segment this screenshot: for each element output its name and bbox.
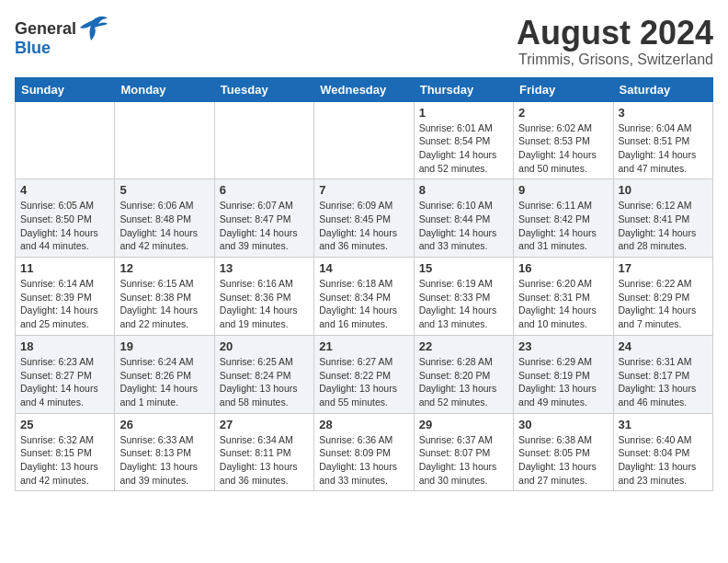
day-info: Sunrise: 6:09 AM Sunset: 8:45 PM Dayligh… xyxy=(319,199,408,253)
header: General Blue August 2024 Trimmis, Grison… xyxy=(15,15,713,68)
day-number: 5 xyxy=(119,183,209,197)
day-info: Sunrise: 6:20 AM Sunset: 8:31 PM Dayligh… xyxy=(518,277,608,331)
page-subtitle: Trimmis, Grisons, Switzerland xyxy=(517,52,713,68)
calendar-week-row: 25Sunrise: 6:32 AM Sunset: 8:15 PM Dayli… xyxy=(16,413,713,491)
day-info: Sunrise: 6:27 AM Sunset: 8:22 PM Dayligh… xyxy=(319,355,408,409)
day-info: Sunrise: 6:40 AM Sunset: 8:04 PM Dayligh… xyxy=(619,433,708,488)
calendar-cell: 21Sunrise: 6:27 AM Sunset: 8:22 PM Dayli… xyxy=(314,335,414,413)
col-tuesday: Tuesday xyxy=(214,77,313,101)
calendar-cell: 7Sunrise: 6:09 AM Sunset: 8:45 PM Daylig… xyxy=(314,179,414,258)
calendar-cell: 4Sunrise: 6:05 AM Sunset: 8:50 PM Daylig… xyxy=(16,179,115,258)
calendar-week-row: 4Sunrise: 6:05 AM Sunset: 8:50 PM Daylig… xyxy=(16,179,713,258)
calendar-cell: 10Sunrise: 6:12 AM Sunset: 8:41 PM Dayli… xyxy=(613,179,712,258)
day-number: 19 xyxy=(119,339,209,353)
title-area: August 2024 Trimmis, Grisons, Switzerlan… xyxy=(517,15,713,68)
day-number: 17 xyxy=(619,261,708,275)
calendar-cell: 9Sunrise: 6:11 AM Sunset: 8:42 PM Daylig… xyxy=(514,179,613,258)
calendar-cell: 23Sunrise: 6:29 AM Sunset: 8:19 PM Dayli… xyxy=(514,335,613,413)
calendar-cell xyxy=(115,101,214,179)
col-sunday: Sunday xyxy=(16,77,115,101)
calendar-cell xyxy=(16,101,115,179)
col-saturday: Saturday xyxy=(613,77,712,101)
day-number: 8 xyxy=(419,183,508,197)
page-title: August 2024 xyxy=(517,15,713,52)
day-info: Sunrise: 6:11 AM Sunset: 8:42 PM Dayligh… xyxy=(518,199,608,253)
day-number: 21 xyxy=(319,339,408,353)
day-info: Sunrise: 6:05 AM Sunset: 8:50 PM Dayligh… xyxy=(20,199,109,253)
calendar-cell: 2Sunrise: 6:02 AM Sunset: 8:53 PM Daylig… xyxy=(514,101,613,179)
day-number: 12 xyxy=(119,261,209,275)
day-info: Sunrise: 6:29 AM Sunset: 8:19 PM Dayligh… xyxy=(518,355,608,409)
day-number: 20 xyxy=(220,339,309,353)
calendar-cell: 30Sunrise: 6:38 AM Sunset: 8:05 PM Dayli… xyxy=(514,413,613,491)
day-number: 1 xyxy=(419,106,508,120)
calendar-cell: 16Sunrise: 6:20 AM Sunset: 8:31 PM Dayli… xyxy=(514,258,613,336)
day-info: Sunrise: 6:07 AM Sunset: 8:47 PM Dayligh… xyxy=(220,199,309,253)
day-info: Sunrise: 6:36 AM Sunset: 8:09 PM Dayligh… xyxy=(319,433,408,488)
day-number: 13 xyxy=(220,261,309,275)
calendar-week-row: 11Sunrise: 6:14 AM Sunset: 8:39 PM Dayli… xyxy=(16,258,713,336)
day-info: Sunrise: 6:31 AM Sunset: 8:17 PM Dayligh… xyxy=(619,355,708,409)
day-number: 22 xyxy=(419,339,508,353)
day-number: 27 xyxy=(220,418,309,431)
day-number: 10 xyxy=(619,183,708,197)
day-info: Sunrise: 6:06 AM Sunset: 8:48 PM Dayligh… xyxy=(119,199,209,253)
day-info: Sunrise: 6:18 AM Sunset: 8:34 PM Dayligh… xyxy=(319,277,408,331)
logo-general-text: General xyxy=(15,19,76,39)
calendar-table: Sunday Monday Tuesday Wednesday Thursday… xyxy=(15,77,713,492)
calendar-cell: 6Sunrise: 6:07 AM Sunset: 8:47 PM Daylig… xyxy=(214,179,313,258)
day-info: Sunrise: 6:34 AM Sunset: 8:11 PM Dayligh… xyxy=(220,433,309,488)
calendar-week-row: 18Sunrise: 6:23 AM Sunset: 8:27 PM Dayli… xyxy=(16,335,713,413)
day-number: 25 xyxy=(20,418,109,431)
calendar-cell: 3Sunrise: 6:04 AM Sunset: 8:51 PM Daylig… xyxy=(613,101,712,179)
calendar-cell: 13Sunrise: 6:16 AM Sunset: 8:36 PM Dayli… xyxy=(214,258,313,336)
calendar-cell: 5Sunrise: 6:06 AM Sunset: 8:48 PM Daylig… xyxy=(115,179,214,258)
day-info: Sunrise: 6:32 AM Sunset: 8:15 PM Dayligh… xyxy=(20,433,109,488)
calendar-cell: 11Sunrise: 6:14 AM Sunset: 8:39 PM Dayli… xyxy=(16,258,115,336)
day-info: Sunrise: 6:14 AM Sunset: 8:39 PM Dayligh… xyxy=(20,277,109,331)
day-info: Sunrise: 6:37 AM Sunset: 8:07 PM Dayligh… xyxy=(419,433,508,488)
day-info: Sunrise: 6:23 AM Sunset: 8:27 PM Dayligh… xyxy=(20,355,109,409)
day-info: Sunrise: 6:28 AM Sunset: 8:20 PM Dayligh… xyxy=(419,355,508,409)
day-info: Sunrise: 6:16 AM Sunset: 8:36 PM Dayligh… xyxy=(220,277,309,331)
day-number: 15 xyxy=(419,261,508,275)
calendar-cell: 26Sunrise: 6:33 AM Sunset: 8:13 PM Dayli… xyxy=(115,413,214,491)
day-number: 6 xyxy=(220,183,309,197)
calendar-cell: 22Sunrise: 6:28 AM Sunset: 8:20 PM Dayli… xyxy=(414,335,513,413)
day-number: 18 xyxy=(20,339,109,353)
calendar-cell: 19Sunrise: 6:24 AM Sunset: 8:26 PM Dayli… xyxy=(115,335,214,413)
calendar-cell: 29Sunrise: 6:37 AM Sunset: 8:07 PM Dayli… xyxy=(414,413,513,491)
calendar-week-row: 1Sunrise: 6:01 AM Sunset: 8:54 PM Daylig… xyxy=(16,101,713,179)
day-number: 9 xyxy=(518,183,608,197)
logo-blue-text: Blue xyxy=(15,39,51,58)
day-info: Sunrise: 6:33 AM Sunset: 8:13 PM Dayligh… xyxy=(119,433,209,488)
day-number: 14 xyxy=(319,261,408,275)
day-number: 26 xyxy=(119,418,209,431)
day-info: Sunrise: 6:19 AM Sunset: 8:33 PM Dayligh… xyxy=(419,277,508,331)
day-number: 11 xyxy=(20,261,109,275)
calendar-cell xyxy=(314,101,414,179)
day-info: Sunrise: 6:01 AM Sunset: 8:54 PM Dayligh… xyxy=(419,121,508,176)
col-monday: Monday xyxy=(115,77,214,101)
day-number: 30 xyxy=(518,418,608,431)
day-number: 28 xyxy=(319,418,408,431)
calendar-cell: 31Sunrise: 6:40 AM Sunset: 8:04 PM Dayli… xyxy=(613,413,712,491)
col-wednesday: Wednesday xyxy=(314,77,414,101)
day-number: 23 xyxy=(518,339,608,353)
logo: General Blue xyxy=(15,15,109,58)
calendar-cell: 8Sunrise: 6:10 AM Sunset: 8:44 PM Daylig… xyxy=(414,179,513,258)
calendar-cell: 14Sunrise: 6:18 AM Sunset: 8:34 PM Dayli… xyxy=(314,258,414,336)
day-number: 4 xyxy=(20,183,109,197)
col-friday: Friday xyxy=(514,77,613,101)
calendar-header-row: Sunday Monday Tuesday Wednesday Thursday… xyxy=(16,77,713,101)
logo-bird-icon xyxy=(76,15,109,42)
calendar-cell: 18Sunrise: 6:23 AM Sunset: 8:27 PM Dayli… xyxy=(16,335,115,413)
col-thursday: Thursday xyxy=(414,77,513,101)
day-number: 24 xyxy=(619,339,708,353)
day-info: Sunrise: 6:22 AM Sunset: 8:29 PM Dayligh… xyxy=(619,277,708,331)
day-info: Sunrise: 6:38 AM Sunset: 8:05 PM Dayligh… xyxy=(518,433,608,488)
day-info: Sunrise: 6:10 AM Sunset: 8:44 PM Dayligh… xyxy=(419,199,508,253)
day-number: 16 xyxy=(518,261,608,275)
calendar-cell: 12Sunrise: 6:15 AM Sunset: 8:38 PM Dayli… xyxy=(115,258,214,336)
calendar-cell: 27Sunrise: 6:34 AM Sunset: 8:11 PM Dayli… xyxy=(214,413,313,491)
